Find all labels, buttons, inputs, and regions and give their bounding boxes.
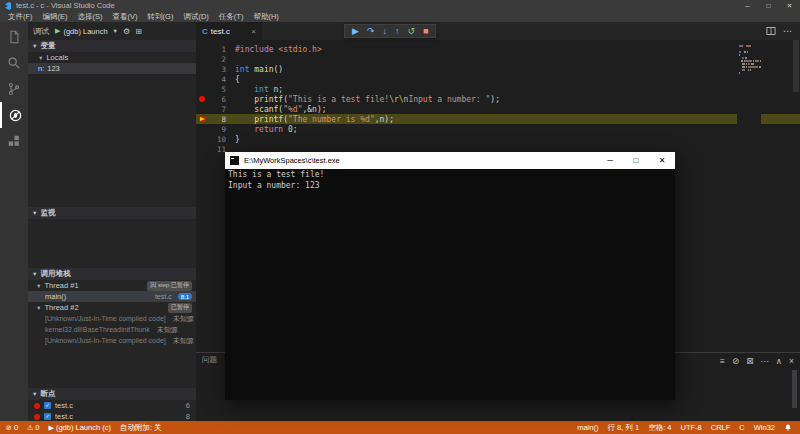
step-into-icon[interactable]: ↓ bbox=[382, 27, 387, 36]
editor-gutter[interactable] bbox=[196, 84, 209, 94]
menu-item[interactable]: 查看(V) bbox=[108, 12, 143, 22]
continue-icon[interactable]: ▶ bbox=[352, 27, 359, 36]
maximize-panel-icon[interactable]: ∧ bbox=[776, 356, 782, 366]
breakpoint-icon[interactable] bbox=[199, 96, 205, 102]
status-eol[interactable]: CRLF bbox=[711, 423, 731, 432]
explorer-icon[interactable] bbox=[0, 24, 28, 50]
menu-item[interactable]: 编辑(E) bbox=[38, 12, 73, 22]
callstack-frame[interactable]: [Unknown/Just-In-Time compiled code]未知源 bbox=[28, 313, 196, 324]
editor-gutter[interactable] bbox=[196, 64, 209, 74]
window-minimize-button[interactable]: ─ bbox=[737, 0, 758, 11]
variables-section-header[interactable]: ▼ 变量 bbox=[28, 40, 196, 52]
tab-label: test.c bbox=[211, 27, 230, 36]
editor-gutter[interactable] bbox=[196, 74, 209, 84]
vscode-logo-icon bbox=[4, 2, 12, 10]
status-language[interactable]: C bbox=[739, 423, 744, 432]
callstack-frame[interactable]: kernel32.dll!BaseThreadInitThunk未知源 bbox=[28, 324, 196, 335]
editor-gutter[interactable] bbox=[196, 94, 209, 104]
console-minimize-button[interactable]: ─ bbox=[597, 152, 623, 169]
code-editor[interactable]: 1#include <stdio.h>23int main()4{5 int n… bbox=[196, 40, 800, 154]
filter-icon[interactable]: ≡ bbox=[720, 356, 725, 366]
panel-tab-问题[interactable]: 问题 bbox=[202, 355, 217, 366]
breakpoint-line-number: 6 bbox=[186, 401, 190, 410]
callstack-thread[interactable]: ▼Thread #1因 step 已暂停 bbox=[28, 280, 196, 291]
menu-item[interactable]: 转到(G) bbox=[143, 12, 179, 22]
status-debug-launch[interactable]: ▶(gdb) Launch (c) bbox=[49, 423, 111, 432]
status-active-frame[interactable]: main() bbox=[577, 423, 598, 432]
editor-gutter[interactable] bbox=[196, 54, 209, 64]
minimap-token bbox=[744, 60, 745, 62]
callstack-thread[interactable]: ▼Thread #2已暂停 bbox=[28, 302, 196, 313]
clear-icon[interactable]: ⊘ bbox=[732, 356, 739, 366]
code-line: 9 return 0; bbox=[196, 124, 800, 134]
debug-icon[interactable] bbox=[0, 102, 28, 128]
window-close-button[interactable]: ✕ bbox=[779, 0, 800, 11]
watch-section: ▼ 监视 bbox=[28, 207, 196, 219]
variable-row[interactable]: n 123 bbox=[28, 63, 196, 74]
status-cursor-position[interactable]: 行 8, 列 1 bbox=[607, 423, 639, 433]
breakpoint-row[interactable]: ✓test.c6 bbox=[28, 400, 196, 411]
breakpoint-row[interactable]: ✓test.c8 bbox=[28, 411, 196, 421]
editor-gutter[interactable] bbox=[196, 114, 209, 124]
scroll-lock-icon[interactable]: ⊠ bbox=[746, 356, 753, 366]
breakpoint-checkbox[interactable]: ✓ bbox=[44, 413, 51, 420]
callstack-section-header[interactable]: ▼ 调用堆栈 bbox=[28, 268, 196, 280]
launch-config-select[interactable]: (gdb) Launch bbox=[63, 27, 107, 36]
debug-start-icon[interactable]: ▶ bbox=[55, 27, 60, 35]
split-editor-icon[interactable] bbox=[766, 26, 776, 36]
editor-gutter[interactable] bbox=[196, 144, 209, 154]
close-panel-icon[interactable]: × bbox=[789, 356, 794, 366]
status-platform[interactable]: Win32 bbox=[754, 423, 775, 432]
minimap-token bbox=[742, 51, 743, 53]
notifications-bell-icon[interactable] bbox=[784, 423, 792, 432]
menu-item[interactable]: 任务(T) bbox=[214, 12, 249, 22]
editor-gutter[interactable] bbox=[196, 134, 209, 144]
more-actions-icon[interactable]: ⋯ bbox=[783, 26, 792, 36]
step-out-icon[interactable]: ↑ bbox=[395, 27, 400, 36]
stop-icon[interactable]: ■ bbox=[423, 27, 428, 36]
breakpoints-section-header[interactable]: ▼ 断点 bbox=[28, 388, 196, 400]
restart-icon[interactable]: ↺ bbox=[407, 27, 415, 36]
variable-name: n bbox=[38, 64, 44, 73]
console-title-bar[interactable]: E:\MyWorkSpaces\c\test.exe ─ □ ✕ bbox=[225, 152, 675, 169]
menu-item[interactable]: 选择(S) bbox=[73, 12, 108, 22]
menu-item[interactable]: 文件(F) bbox=[3, 12, 38, 22]
minimap-token bbox=[739, 72, 740, 74]
status-encoding[interactable]: UTF-8 bbox=[680, 423, 701, 432]
panel-scrollbar[interactable] bbox=[792, 370, 797, 408]
status-encoding-label: UTF-8 bbox=[680, 423, 701, 432]
tab-close-icon[interactable]: × bbox=[251, 27, 256, 36]
menu-item[interactable]: 调试(D) bbox=[178, 12, 213, 22]
status-indentation[interactable]: 空格: 4 bbox=[648, 423, 671, 433]
gear-icon[interactable]: ⚙ bbox=[123, 27, 130, 36]
console-maximize-button[interactable]: □ bbox=[623, 152, 649, 169]
status-auto-attach[interactable]: 自动附加: 关 bbox=[120, 423, 162, 433]
console-window[interactable]: E:\MyWorkSpaces\c\test.exe ─ □ ✕ This is… bbox=[225, 152, 675, 400]
editor-gutter[interactable] bbox=[196, 124, 209, 134]
sidebar-title: 调试 bbox=[33, 26, 49, 37]
editor-gutter[interactable] bbox=[196, 44, 209, 54]
source-control-icon[interactable] bbox=[0, 76, 28, 102]
locals-scope-row[interactable]: ▼ Locals bbox=[28, 52, 196, 63]
code-token: printf bbox=[254, 115, 283, 124]
menu-item[interactable]: 帮助(H) bbox=[248, 12, 283, 22]
status-errors[interactable]: ⊘0 bbox=[6, 423, 18, 432]
console-close-button[interactable]: ✕ bbox=[649, 152, 675, 169]
more-icon[interactable]: ⋯ bbox=[760, 356, 769, 366]
callstack-frame[interactable]: [Unknown/Just-In-Time compiled code]未知源 bbox=[28, 335, 196, 346]
search-icon[interactable] bbox=[0, 50, 28, 76]
step-over-icon[interactable]: ↷ bbox=[367, 27, 375, 36]
editor-gutter[interactable] bbox=[196, 104, 209, 114]
window-maximize-button[interactable]: □ bbox=[758, 0, 779, 11]
code-token bbox=[235, 125, 254, 134]
status-warnings[interactable]: ⚠0 bbox=[27, 423, 39, 432]
debug-console-toggle-icon[interactable]: ⊞ bbox=[135, 27, 142, 36]
editor-scrollbar[interactable] bbox=[793, 40, 799, 92]
tab-testc[interactable]: C test.c × bbox=[196, 22, 262, 40]
breakpoint-checkbox[interactable]: ✓ bbox=[44, 402, 51, 409]
watch-section-header[interactable]: ▼ 监视 bbox=[28, 207, 196, 219]
minimap[interactable] bbox=[737, 40, 761, 170]
minimap-token bbox=[747, 51, 748, 53]
extensions-icon[interactable] bbox=[0, 128, 28, 154]
callstack-frame[interactable]: main()test.c8:1 bbox=[28, 291, 196, 302]
